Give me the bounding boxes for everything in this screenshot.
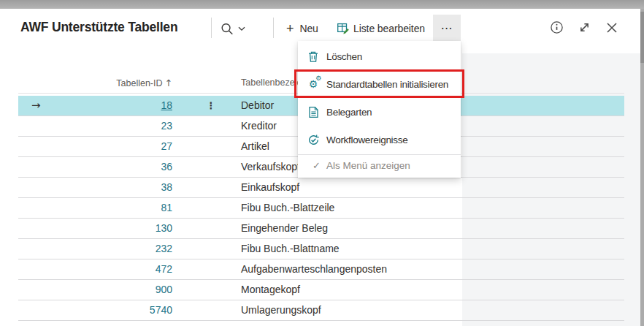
table-id-link[interactable]: 232 — [62, 239, 172, 259]
menu-item-label: Löschen — [326, 51, 362, 62]
search-button[interactable] — [221, 18, 245, 39]
menu-item-label: Belegarten — [326, 107, 372, 118]
plus-icon: + — [286, 22, 294, 35]
table-name-cell: Einkaufskopf — [241, 178, 299, 197]
table-row[interactable]: 900Montagekopf — [18, 280, 624, 300]
table-row[interactable]: 38Einkaufskopf — [18, 178, 624, 198]
menu-item-document-types[interactable]: Belegarten — [298, 98, 461, 126]
table-id-link[interactable]: 130 — [62, 219, 172, 238]
table-name-cell: Fibu Buch.-Blattname — [241, 239, 340, 259]
resize-button[interactable] — [578, 20, 591, 34]
table-name-cell: Aufgabenwarteschlangenposten — [241, 259, 387, 279]
table-name-cell: Kreditor — [241, 116, 277, 136]
table-row[interactable]: 5740Umlagerungskopf — [18, 300, 624, 321]
edit-list-icon — [337, 22, 350, 35]
chevron-down-icon — [238, 26, 245, 31]
menu-item-workflow-events[interactable]: Workflowereignisse — [298, 126, 461, 153]
info-button[interactable] — [550, 20, 564, 34]
table-id-link[interactable]: 27 — [62, 137, 172, 156]
table-name-cell: Montagekopf — [241, 280, 300, 300]
table-id-link[interactable]: 472 — [62, 259, 172, 279]
trash-icon — [307, 50, 320, 63]
table-row[interactable]: 130Eingehender Beleg — [18, 219, 624, 239]
table-id-link[interactable]: 36 — [62, 157, 172, 177]
table-id-link[interactable]: 81 — [62, 198, 172, 218]
window-top-edge — [0, 0, 644, 9]
column-header-tabellen-id[interactable]: Tabellen-ID↑ — [70, 73, 172, 94]
workflow-icon — [307, 133, 320, 146]
table-row[interactable]: 81Fibu Buch.-Blattzeile — [18, 198, 624, 219]
column-label: Tabellen-ID — [116, 78, 162, 88]
table-name-cell: Artikel — [241, 137, 269, 156]
ellipsis-icon: ⋯ — [441, 21, 453, 35]
close-icon — [605, 25, 619, 37]
window-scrollbar[interactable] — [640, 9, 644, 326]
business-central-window: AWF Unterstützte Tabellen + Neu Liste be… — [0, 0, 644, 326]
more-options-button[interactable]: ⋯ — [433, 15, 461, 41]
menu-item-label: Als Menü anzeigen — [326, 160, 410, 171]
resize-diagonal-icon — [578, 24, 591, 37]
menu-item-label: Standardtabellen initialisieren — [326, 79, 448, 90]
page-title: AWF Unterstützte Tabellen — [20, 20, 177, 35]
scrollbar-thumb[interactable] — [640, 12, 644, 63]
sort-ascending-icon: ↑ — [165, 77, 172, 88]
table-id-link[interactable]: 5740 — [62, 300, 172, 320]
table-row[interactable]: 232Fibu Buch.-Blattname — [18, 239, 624, 259]
edit-list-label: Liste bearbeiten — [353, 23, 425, 34]
more-options-menu: Löschen⚙⚙Standardtabellen initialisieren… — [298, 41, 461, 178]
table-id-link[interactable]: 23 — [62, 116, 172, 136]
close-button[interactable] — [605, 20, 619, 35]
table-id-link[interactable]: 900 — [62, 280, 172, 300]
toolbar-divider — [211, 18, 212, 38]
menu-item-label: Workflowereignisse — [326, 134, 407, 145]
new-button-label: Neu — [299, 23, 318, 34]
info-icon — [550, 24, 564, 37]
table-id-link[interactable]: 38 — [62, 178, 172, 197]
table-id-link[interactable]: 18 — [62, 96, 172, 115]
edit-list-button[interactable]: Liste bearbeiten — [337, 18, 425, 39]
table-name-cell: Debitor — [241, 96, 274, 115]
document-icon — [307, 105, 320, 118]
menu-item-delete[interactable]: Löschen — [298, 42, 461, 70]
table-row[interactable]: 472Aufgabenwarteschlangenposten — [18, 259, 624, 280]
table-name-cell: Umlagerungskopf — [241, 300, 321, 320]
table-name-cell: Eingehender Beleg — [241, 219, 328, 238]
check-icon: ✓ — [313, 160, 321, 171]
table-name-cell: Verkaufskopf — [241, 157, 300, 177]
menu-item-init-standard-tables[interactable]: ⚙⚙Standardtabellen initialisieren — [298, 70, 461, 98]
toolbar-divider — [273, 18, 274, 38]
gears-icon: ⚙⚙ — [307, 77, 320, 91]
search-icon — [221, 22, 234, 35]
menu-item-show-as-menu[interactable]: ✓Als Menü anzeigen — [298, 155, 461, 176]
new-button[interactable]: + Neu — [286, 18, 318, 39]
selected-row-arrow-icon: → — [31, 96, 53, 115]
table-name-cell: Fibu Buch.-Blattzeile — [241, 198, 334, 218]
row-context-menu-icon[interactable]: ⋮ — [204, 96, 218, 115]
